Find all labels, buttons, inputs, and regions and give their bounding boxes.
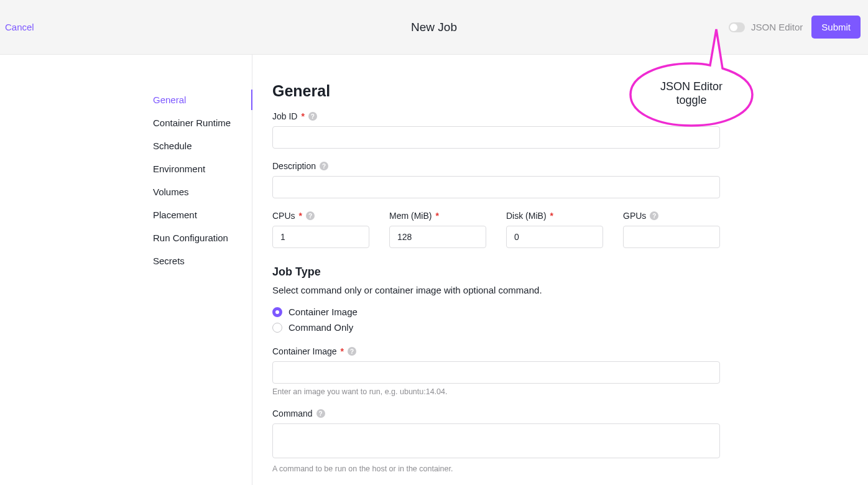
hint-container-image: Enter an image you want to run, e.g. ubu… bbox=[272, 387, 720, 396]
gpus-input[interactable] bbox=[623, 226, 720, 248]
label-gpus: GPUs bbox=[623, 211, 646, 221]
description-input[interactable] bbox=[272, 176, 720, 198]
radio-command-only[interactable] bbox=[272, 323, 282, 333]
mem-input[interactable] bbox=[389, 226, 486, 248]
section-title-general: General bbox=[272, 82, 720, 100]
radio-row-container-image[interactable]: Container Image bbox=[272, 307, 720, 317]
disk-input[interactable] bbox=[506, 226, 603, 248]
label-job-id: Job ID bbox=[272, 111, 297, 121]
job-id-input[interactable] bbox=[272, 126, 720, 149]
field-gpus: GPUs ? bbox=[623, 211, 720, 248]
label-mem: Mem (MiB) bbox=[389, 211, 432, 221]
container-image-input[interactable] bbox=[272, 361, 720, 384]
help-icon[interactable]: ? bbox=[308, 112, 317, 121]
label-description: Description bbox=[272, 161, 316, 171]
radio-row-command-only[interactable]: Command Only bbox=[272, 322, 720, 333]
label-disk: Disk (MiB) bbox=[506, 211, 547, 221]
required-mark: * bbox=[301, 111, 304, 121]
sidebar: General Container Runtime Schedule Envir… bbox=[0, 55, 252, 485]
radio-label-command-only: Command Only bbox=[289, 322, 353, 333]
content: General Container Runtime Schedule Envir… bbox=[0, 55, 868, 485]
field-command: Command ? A command to be run on the hos… bbox=[272, 409, 720, 473]
field-container-image: Container Image * ? Enter an image you w… bbox=[272, 346, 720, 396]
help-icon[interactable]: ? bbox=[650, 211, 658, 220]
field-job-id: Job ID * ? bbox=[272, 111, 720, 149]
resource-row: CPUs * ? Mem (MiB) * Disk (MiB) bbox=[272, 211, 720, 248]
command-input[interactable] bbox=[272, 423, 720, 458]
submit-button[interactable]: Submit bbox=[811, 16, 861, 39]
json-editor-toggle-label: JSON Editor bbox=[751, 22, 803, 32]
field-cpus: CPUs * ? bbox=[272, 211, 369, 248]
subsection-job-type: Job Type bbox=[272, 266, 720, 279]
toggle-knob bbox=[730, 24, 737, 31]
field-mem: Mem (MiB) * bbox=[389, 211, 486, 248]
sidebar-item-volumes[interactable]: Volumes bbox=[153, 182, 252, 202]
hint-command: A command to be run on the host or in th… bbox=[272, 464, 720, 473]
cpus-input[interactable] bbox=[272, 226, 369, 248]
sidebar-item-secrets[interactable]: Secrets bbox=[153, 251, 252, 271]
field-description: Description ? bbox=[272, 161, 720, 198]
sidebar-item-environment[interactable]: Environment bbox=[153, 159, 252, 179]
required-mark: * bbox=[550, 211, 553, 221]
header-bar: Cancel New Job JSON Editor Submit bbox=[0, 0, 868, 55]
help-icon[interactable]: ? bbox=[316, 409, 325, 418]
job-type-description: Select command only or container image w… bbox=[272, 285, 720, 295]
label-command: Command bbox=[272, 409, 313, 418]
json-editor-toggle-wrap: JSON Editor bbox=[729, 22, 803, 32]
sidebar-item-general[interactable]: General bbox=[153, 90, 252, 110]
required-mark: * bbox=[341, 346, 344, 356]
sidebar-item-schedule[interactable]: Schedule bbox=[153, 136, 252, 156]
page-title: New Job bbox=[411, 21, 457, 34]
sidebar-item-run-configuration[interactable]: Run Configuration bbox=[153, 228, 252, 248]
sidebar-item-placement[interactable]: Placement bbox=[153, 205, 252, 225]
radio-label-container-image: Container Image bbox=[289, 307, 358, 317]
label-cpus: CPUs bbox=[272, 211, 295, 221]
label-container-image: Container Image bbox=[272, 346, 337, 356]
json-editor-toggle[interactable] bbox=[729, 22, 745, 32]
help-icon[interactable]: ? bbox=[306, 211, 315, 220]
header-right: JSON Editor Submit bbox=[729, 16, 861, 39]
field-disk: Disk (MiB) * bbox=[506, 211, 603, 248]
sidebar-item-container-runtime[interactable]: Container Runtime bbox=[153, 113, 252, 133]
radio-container-image[interactable] bbox=[272, 307, 282, 317]
required-mark: * bbox=[435, 211, 438, 221]
help-icon[interactable]: ? bbox=[348, 347, 356, 356]
main-panel: General Job ID * ? Description ? bbox=[252, 55, 868, 485]
cancel-button[interactable]: Cancel bbox=[5, 22, 34, 32]
help-icon[interactable]: ? bbox=[320, 162, 328, 170]
required-mark: * bbox=[299, 211, 302, 221]
